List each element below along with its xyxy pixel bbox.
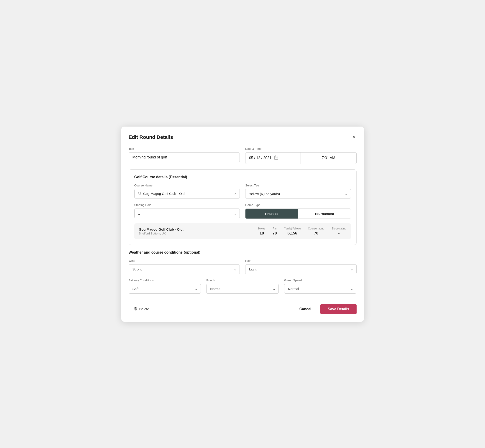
game-type-label: Game Type [245, 203, 351, 207]
rough-label: Rough [206, 279, 279, 282]
conditions-section: Weather and course conditions (optional)… [129, 250, 356, 294]
fairway-dropdown[interactable]: Soft [129, 284, 201, 294]
time-value: 7:31 AM [322, 156, 335, 160]
yards-value: 6,156 [284, 231, 301, 236]
practice-button[interactable]: Practice [245, 209, 298, 218]
modal-header: Edit Round Details × [129, 134, 356, 141]
time-field[interactable]: 7:31 AM [301, 152, 356, 164]
title-input[interactable] [129, 152, 240, 162]
par-stat: Par 70 [273, 227, 277, 236]
search-icon [138, 192, 141, 196]
starting-hole-wrap: 1 ⌄ [134, 208, 240, 218]
course-name-clear-button[interactable]: × [234, 192, 236, 196]
course-name-info: Gog Magog Golf Club - Old, Shelford Bott… [139, 227, 251, 235]
green-speed-label: Green Speed [284, 279, 356, 282]
date-value: 05 / 12 / 2021 [249, 156, 272, 160]
slope-rating-stat: Slope rating - [331, 227, 346, 236]
fairway-wrap: Soft ⌄ [129, 284, 201, 294]
course-info-bar: Gog Magog Golf Club - Old, Shelford Bott… [134, 223, 351, 239]
close-button[interactable]: × [352, 134, 356, 141]
slope-rating-label: Slope rating [331, 227, 346, 230]
date-field[interactable]: 05 / 12 / 2021 [245, 152, 301, 164]
game-type-toggle: Practice Tournament [245, 208, 351, 219]
game-type-group: Game Type Practice Tournament [245, 203, 351, 219]
footer-row: Delete Cancel Save Details [129, 300, 356, 314]
select-tee-wrap: Yellow (6,156 yards) ⌄ [245, 189, 351, 199]
svg-line-5 [140, 194, 141, 195]
save-button[interactable]: Save Details [320, 304, 356, 314]
course-name-group: Course Name × [134, 184, 240, 199]
course-name-label: Course Name [134, 184, 240, 187]
wind-label: Wind [129, 259, 240, 263]
title-field-group: Title [129, 147, 240, 164]
starting-hole-group: Starting Hole 1 ⌄ [134, 203, 240, 219]
holes-value: 18 [258, 231, 265, 236]
date-time-field-group: Date & Time 05 / 12 / 2021 7:31 AM [245, 147, 356, 164]
par-value: 70 [273, 231, 277, 236]
select-tee-dropdown[interactable]: Yellow (6,156 yards) [245, 189, 351, 199]
fairway-group: Fairway Conditions Soft ⌄ [129, 279, 201, 294]
wind-dropdown[interactable]: Strong [129, 264, 240, 274]
tournament-button[interactable]: Tournament [298, 209, 351, 218]
slope-rating-value: - [331, 231, 346, 236]
par-label: Par [273, 227, 277, 230]
trash-icon [134, 307, 137, 311]
modal-title: Edit Round Details [129, 134, 173, 140]
green-speed-group: Green Speed Normal ⌄ [284, 279, 356, 294]
golf-course-section-title: Golf Course details (Essential) [134, 175, 351, 179]
course-name-input[interactable] [143, 192, 233, 196]
course-info-name: Gog Magog Golf Club - Old, [139, 227, 251, 231]
rough-group: Rough Normal ⌄ [206, 279, 279, 294]
title-label: Title [129, 147, 240, 151]
svg-rect-0 [275, 156, 278, 159]
wind-wrap: Strong ⌄ [129, 264, 240, 274]
rain-group: Rain Light ⌄ [245, 259, 356, 274]
conditions-title: Weather and course conditions (optional) [129, 250, 356, 255]
rough-wrap: Normal ⌄ [206, 284, 279, 294]
wind-rain-row: Wind Strong ⌄ Rain Light ⌄ [129, 259, 356, 274]
course-name-search-wrap: × [134, 189, 240, 199]
starting-hole-game-type-row: Starting Hole 1 ⌄ Game Type Practice Tou… [134, 203, 351, 219]
delete-label: Delete [139, 307, 149, 311]
footer-right: Cancel Save Details [296, 304, 356, 314]
date-time-row: 05 / 12 / 2021 7:31 AM [245, 152, 356, 164]
wind-group: Wind Strong ⌄ [129, 259, 240, 274]
calendar-icon [274, 155, 297, 161]
holes-label: Holes [258, 227, 265, 230]
cancel-button[interactable]: Cancel [296, 304, 315, 314]
course-rating-stat: Course rating 70 [308, 227, 324, 236]
edit-round-modal: Edit Round Details × Title Date & Time 0… [121, 127, 364, 322]
top-row: Title Date & Time 05 / 12 / 2021 [129, 147, 356, 164]
fairway-rough-green-row: Fairway Conditions Soft ⌄ Rough Normal ⌄ [129, 279, 356, 294]
green-speed-dropdown[interactable]: Normal [284, 284, 356, 294]
golf-course-section: Golf Course details (Essential) Course N… [129, 169, 356, 245]
green-speed-wrap: Normal ⌄ [284, 284, 356, 294]
starting-hole-label: Starting Hole [134, 203, 240, 207]
rough-dropdown[interactable]: Normal [206, 284, 279, 294]
select-tee-label: Select Tee [245, 184, 351, 187]
delete-button[interactable]: Delete [129, 304, 154, 314]
fairway-label: Fairway Conditions [129, 279, 201, 282]
rain-wrap: Light ⌄ [245, 264, 356, 274]
course-rating-label: Course rating [308, 227, 324, 230]
date-time-label: Date & Time [245, 147, 356, 151]
yards-label: Yards(Yellow) [284, 227, 301, 230]
select-tee-group: Select Tee Yellow (6,156 yards) ⌄ [245, 184, 351, 199]
yards-stat: Yards(Yellow) 6,156 [284, 227, 301, 236]
course-name-tee-row: Course Name × Select Tee Yell [134, 184, 351, 199]
course-rating-value: 70 [308, 231, 324, 236]
rain-dropdown[interactable]: Light [245, 264, 356, 274]
holes-stat: Holes 18 [258, 227, 265, 236]
starting-hole-dropdown[interactable]: 1 [134, 208, 240, 218]
course-info-location: Shelford Bottom, UK [139, 232, 251, 235]
rain-label: Rain [245, 259, 356, 263]
